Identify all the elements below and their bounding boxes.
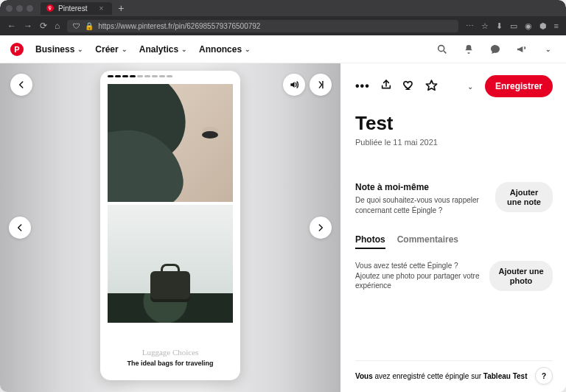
menu-icon[interactable]: ≡ — [554, 21, 559, 31]
account-menu[interactable]: ⌄ — [541, 42, 556, 57]
pin-published: Publiée le 11 mai 2021 — [355, 138, 553, 147]
save-confirmation: Vous avez enregistré cette épingle sur T… — [355, 372, 527, 380]
collapse-button[interactable] — [310, 74, 332, 96]
card-heading: Luggage Choices — [100, 348, 240, 357]
bell-icon[interactable] — [461, 42, 476, 57]
ext-icon[interactable]: ⬢ — [539, 21, 547, 31]
svg-marker-4 — [426, 80, 436, 90]
svg-line-2 — [444, 51, 446, 53]
card-subheading: The ideal bags for traveling — [100, 360, 240, 367]
traffic-lights[interactable] — [6, 5, 33, 12]
shield-icon: 🛡 — [73, 22, 80, 30]
chevron-down-icon: ⌄ — [181, 46, 187, 53]
pinterest-icon — [46, 4, 54, 12]
share-icon[interactable] — [380, 79, 392, 94]
megaphone-icon[interactable] — [514, 42, 529, 57]
nav-analytics[interactable]: Analytics⌄ — [139, 44, 187, 55]
next-slide-button[interactable] — [310, 217, 332, 239]
site-topbar: P Business⌄ Créer⌄ Analytics⌄ Annonces⌄ … — [0, 35, 566, 63]
help-button[interactable]: ? — [535, 367, 553, 385]
tried-desc1: Vous avez testé cette Épingle ? — [355, 261, 481, 271]
chevron-down-icon: ⌄ — [245, 46, 251, 53]
add-note-button[interactable]: Ajouter une note — [495, 182, 553, 212]
heart-icon[interactable] — [402, 79, 415, 94]
nav-create[interactable]: Créer⌄ — [95, 44, 127, 55]
save-button[interactable]: Enregistrer — [485, 75, 553, 97]
close-tab-icon[interactable]: × — [99, 4, 103, 13]
new-tab-button[interactable]: + — [118, 2, 124, 14]
lock-icon: 🔒 — [85, 22, 94, 30]
browser-tab[interactable]: Pinterest × — [41, 2, 112, 15]
library-icon[interactable]: ▭ — [510, 21, 517, 31]
tried-section: Vous avez testé cette Épingle ? Ajoutez … — [355, 261, 553, 291]
progress-dots — [108, 75, 172, 77]
chevron-down-icon: ⌄ — [77, 46, 83, 53]
tab-comments[interactable]: Commentaires — [397, 234, 458, 249]
star-icon[interactable]: ☆ — [481, 21, 489, 31]
tried-desc2: Ajoutez une photo pour partager votre ex… — [355, 271, 481, 291]
note-desc: De quoi souhaitez-vous vous rappeler con… — [355, 195, 486, 215]
main-stage: Luggage Choices The ideal bags for trave… — [0, 63, 566, 392]
svg-point-1 — [439, 45, 444, 51]
nav-ads[interactable]: Annonces⌄ — [199, 44, 251, 55]
nav-reload-icon[interactable]: ⟳ — [40, 21, 47, 31]
pin-details-panel: ••• ⌄ Enregistrer Test Publiée le 11 mai… — [340, 63, 566, 392]
nav-home-icon[interactable]: ⌂ — [55, 21, 60, 31]
nav-forward-icon[interactable]: → — [24, 21, 32, 31]
prev-slide-button[interactable] — [9, 217, 31, 239]
window-titlebar: Pinterest × + — [0, 0, 566, 16]
browser-addressbar: ← → ⟳ ⌂ 🛡 🔒 https://www.pinterest.fr/pin… — [0, 16, 566, 35]
chevron-down-icon: ⌄ — [545, 46, 551, 53]
url-field[interactable]: 🛡 🔒 https://www.pinterest.fr/pin/6269855… — [67, 20, 458, 32]
detail-tabs: Photos Commentaires — [355, 234, 553, 249]
pin-viewer: Luggage Choices The ideal bags for trave… — [0, 63, 340, 392]
sound-button[interactable] — [283, 74, 305, 96]
note-section: Note à moi-même De quoi souhaitez-vous v… — [355, 182, 553, 215]
pin-title: Test — [355, 112, 553, 135]
save-footer: Vous avez enregistré cette épingle sur T… — [355, 360, 553, 385]
download-icon[interactable]: ⬇ — [496, 21, 503, 31]
board-picker-caret[interactable]: ⌄ — [467, 83, 473, 91]
story-card: Luggage Choices The ideal bags for trave… — [100, 71, 240, 380]
pin-actions: ••• ⌄ Enregistrer — [355, 75, 553, 97]
tab-title: Pinterest — [58, 4, 87, 13]
nav-back-icon[interactable]: ← — [7, 21, 16, 31]
back-button[interactable] — [10, 74, 32, 96]
account-icon[interactable]: ◉ — [525, 21, 532, 31]
search-icon[interactable] — [435, 42, 450, 57]
tab-photos[interactable]: Photos — [355, 234, 385, 249]
card-photo-bottom — [108, 205, 233, 323]
chevron-down-icon: ⌄ — [122, 46, 127, 53]
nav-business[interactable]: Business⌄ — [35, 44, 83, 55]
star-outline-icon[interactable] — [425, 79, 438, 94]
pinterest-logo[interactable]: P — [10, 43, 24, 56]
note-heading: Note à moi-même — [355, 182, 486, 192]
chat-icon[interactable] — [488, 42, 503, 57]
more-icon[interactable]: ⋯ — [466, 21, 474, 31]
more-options-icon[interactable]: ••• — [355, 80, 370, 93]
add-photo-button[interactable]: Ajouter une photo — [489, 261, 553, 291]
url-text: https://www.pinterest.fr/pin/62698557937… — [98, 22, 260, 30]
card-photo-top — [108, 84, 233, 202]
